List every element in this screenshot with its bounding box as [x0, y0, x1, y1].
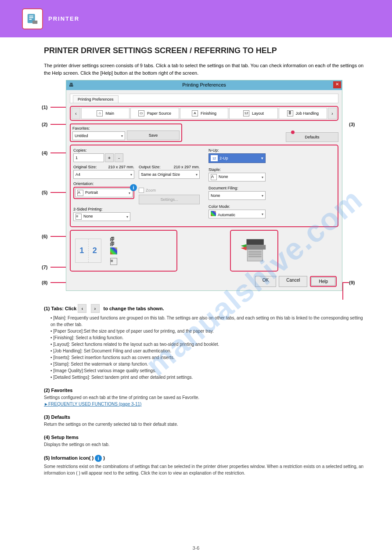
staple-select[interactable]: ANone▾ [209, 173, 266, 181]
output-size-select[interactable]: Same as Original Size▾ [139, 170, 200, 179]
page-a-icon: A [211, 174, 217, 180]
banner-chapter-label: PRINTER [48, 15, 79, 22]
print-image-callout-6: 1 2 🗐 🗐 ≡ [70, 230, 177, 272]
diagram-container: manualshive.com (1) (2) (4) (5) (6) (7) … [53, 80, 366, 291]
preview-page-2: 2 [89, 239, 101, 262]
fn-3-heading: (3) Defaults [44, 414, 366, 420]
fn-1-heading-b: to change the tabs shown. [104, 306, 164, 311]
callout-label-7: (7) [42, 265, 47, 270]
info-icon: i [95, 455, 102, 462]
chevron-down-icon: ▾ [130, 173, 132, 177]
favorites-select[interactable]: Untitled▾ [72, 131, 125, 140]
orientation-callout-5: i APortrait▾ [73, 187, 134, 199]
fn-5-text: Some restrictions exist on the combinati… [44, 463, 366, 476]
output-size-dim: 210 x 297 mm. [173, 165, 200, 169]
copies-minus-button[interactable]: - [115, 153, 123, 162]
stack-icon: ≣ [287, 110, 293, 116]
callout-label-8: (8) [42, 280, 47, 285]
svg-rect-10 [248, 256, 262, 258]
fn-1-heading: (1) Tabs: Click ‹ › to change the tabs s… [44, 304, 366, 313]
tab-prev-button[interactable]: ‹ [72, 108, 80, 119]
favorites-value: Untitled [75, 134, 88, 138]
two-sided-label: 2-Sided Printing: [73, 207, 200, 211]
tab-row-callout-1: ‹ ⌂Main ▭Paper Source AFinishing 12Layou… [70, 106, 338, 121]
dialog-titlebar: 🖶 Printing Preferences ✕ [66, 80, 342, 90]
info-icon[interactable]: i [130, 184, 137, 191]
settings-button[interactable]: Settings... [139, 195, 200, 204]
top-banner: PRINTER [0, 0, 392, 37]
staple-label: Staple: [209, 167, 335, 172]
tab-job-handling[interactable]: ≣Job Handling [279, 108, 327, 119]
tab-finishing[interactable]: AFinishing [180, 108, 228, 119]
fn-4-text: Displays the settings on each tab. [44, 441, 366, 448]
fn1-bullet-main: • [Main]: Frequently used functions are … [50, 315, 366, 328]
zoom-checkbox[interactable] [139, 188, 144, 193]
fn-3-text: Return the settings on the currently sel… [44, 421, 366, 428]
orientation-label: Orientation: [73, 181, 134, 186]
two-sided-value: None [83, 214, 93, 218]
tab-job-handling-label: Job Handling [296, 111, 319, 116]
defaults-button-label: Defaults [305, 135, 319, 139]
cancel-button[interactable]: Cancel [279, 276, 307, 287]
tab-paper-source[interactable]: ▭Paper Source [130, 108, 179, 119]
color-mode-label: Color Mode: [209, 204, 335, 209]
original-size-label: Original Size: [73, 165, 97, 169]
svg-rect-8 [248, 251, 262, 253]
color-mode-select[interactable]: Automatic▾ [209, 210, 266, 218]
machine-image-callout-7 [230, 230, 278, 272]
nup-select[interactable]: 122-Up▾ [209, 153, 266, 163]
tab-main[interactable]: ⌂Main [81, 108, 129, 119]
color-square-icon [110, 247, 117, 254]
ok-button[interactable]: OK [255, 276, 276, 287]
page-preview: 1 2 [75, 239, 101, 263]
fn1-bullet-layout: • [Layout]: Select functions related to … [50, 341, 366, 348]
callout-label-3: (3) [349, 122, 355, 127]
copies-plus-button[interactable]: + [105, 153, 114, 162]
lines-icon: ≡ [76, 214, 82, 220]
chevron-down-icon: ▾ [262, 175, 263, 179]
fn-2-text: Settings configured on each tab at the t… [44, 394, 366, 401]
tab-paper-source-label: Paper Source [147, 111, 171, 116]
chevron-down-icon: ▾ [262, 194, 263, 198]
callout-marker-3 [291, 131, 295, 134]
favorites-label: Favorites: [72, 126, 125, 131]
page-title: PRINTER DRIVER SETTINGS SCREEN / REFERRI… [44, 46, 366, 55]
tab-layout[interactable]: 12Layout [229, 108, 277, 119]
home-icon: ⌂ [97, 110, 103, 116]
orientation-select[interactable]: APortrait▾ [75, 189, 133, 197]
close-icon[interactable]: ✕ [333, 81, 341, 88]
fn-1-heading-a: (1) Tabs: Click [44, 306, 78, 311]
chevron-down-icon: ▾ [129, 191, 130, 195]
original-size-select[interactable]: A4▾ [73, 170, 134, 179]
chevron-down-icon: ▾ [196, 173, 198, 177]
help-button-callout-8: Help [310, 276, 337, 287]
tab-next-button[interactable]: › [328, 108, 337, 119]
tab-layout-label: Layout [252, 111, 264, 116]
fn-2-heading: (2) Favorites [44, 388, 366, 393]
doc-filing-value: None [211, 193, 220, 198]
outer-tab-printing-preferences[interactable]: Printing Preferences [73, 95, 119, 103]
color-mode-value: Automatic [218, 213, 235, 217]
output-size-value: Same as Original Size [141, 172, 180, 177]
chevron-down-icon: ▾ [262, 212, 263, 216]
setup-items-callout-4: Copies: 1 + - Original Size:210 x 297 mm… [70, 145, 338, 227]
outer-tab-strip: Printing Preferences [70, 94, 338, 103]
fn-2-link[interactable]: ►FREQUENTLY USED FUNCTIONS (page 3-11) [44, 402, 141, 406]
ok-button-label: OK [263, 278, 269, 283]
help-button[interactable]: Help [311, 277, 335, 286]
nup-grid-icon: 12 [211, 155, 218, 161]
doc-filing-select[interactable]: None▾ [209, 191, 266, 200]
svg-rect-1 [29, 15, 33, 16]
settings-button-label: Settings... [160, 197, 178, 202]
arrow-prev-box: ‹ [78, 304, 86, 313]
copies-input[interactable]: 1 [73, 153, 104, 162]
two-sided-select[interactable]: ≡None▾ [73, 212, 130, 221]
doc-filing-label: Document Filing: [209, 186, 335, 190]
nup-value: 2-Up [219, 156, 228, 160]
svg-rect-2 [29, 17, 33, 18]
fn-5-heading: (5) Information icon( ) i ) [44, 455, 366, 462]
save-button[interactable]: Save [127, 131, 180, 140]
save-button-label: Save [149, 133, 158, 138]
dialog-title: Printing Preferences [182, 82, 226, 87]
svg-rect-6 [245, 245, 266, 250]
